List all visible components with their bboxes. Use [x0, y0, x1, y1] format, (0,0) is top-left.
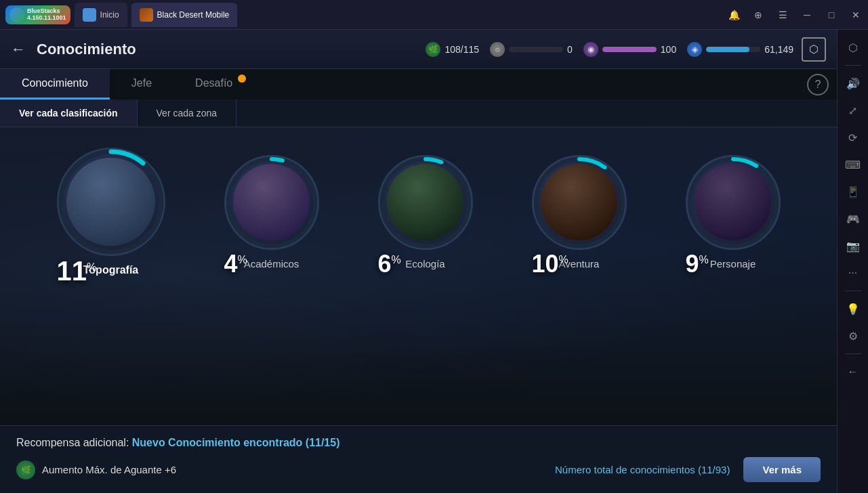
stat-silver: ○ 0	[490, 42, 573, 57]
circle-topografia: 11%	[57, 148, 165, 256]
label-personaje: Personaje	[710, 258, 756, 270]
reward-title: Recompensa adicional: Nuevo Conocimiento…	[16, 437, 821, 449]
total-count: (11/93)	[698, 464, 730, 475]
energy-bar	[602, 47, 657, 52]
game-tabs: Conocimiento Jefe Desafío ?	[0, 69, 837, 100]
svg-point-6	[536, 159, 623, 246]
bs-logo-icon	[9, 7, 24, 22]
percent-personaje: 9%	[686, 250, 709, 278]
sidebar-sep-1	[845, 65, 861, 66]
reward-count: (11/15)	[306, 437, 340, 448]
percent-ecologia: 6%	[378, 250, 401, 278]
game-content: 11% Topografía	[0, 127, 837, 425]
reward-name: Nuevo Conocimiento encontrado	[132, 437, 303, 448]
inicio-tab-icon	[83, 8, 96, 22]
sidebar-volume-btn[interactable]: 🔊	[841, 71, 865, 95]
stat-knowledge: 🌿 108/115	[426, 42, 479, 57]
page-title: Conocimiento	[37, 41, 136, 58]
ring-ecologia	[378, 155, 473, 250]
ring-personaje	[686, 155, 781, 250]
stat-energy: ◉ 100	[583, 42, 676, 57]
reward-item-icon: 🌿	[16, 460, 35, 479]
circle-aventura: 10%	[532, 155, 627, 250]
sidebar-camera-btn[interactable]: 📷	[841, 234, 865, 258]
tab-jefe[interactable]: Jefe	[110, 69, 173, 100]
energy-value: 100	[661, 44, 676, 55]
main-area: ← Conocimiento 🌿 108/115 ○ 0	[0, 30, 868, 493]
circle-academicos: 4%	[224, 155, 319, 250]
knowledge-icon: 🌿	[426, 42, 440, 57]
tab-desafio[interactable]: Desafío	[173, 69, 254, 100]
sidebar-sep-3	[845, 353, 861, 354]
bs-logo-text: BlueStacks4.150.11.1001	[27, 8, 66, 22]
svg-point-8	[690, 159, 777, 246]
reward-item-text: Aumento Máx. de Aguante +6	[42, 464, 176, 475]
category-topografia[interactable]: 11% Topografía	[57, 148, 165, 276]
gold-bar-fill	[706, 47, 749, 52]
svg-point-4	[382, 159, 469, 246]
game-subtabs: Ver cada clasificación Ver cada zona	[0, 100, 837, 127]
tab-inicio-label: Inicio	[100, 10, 119, 20]
category-personaje[interactable]: 9% Personaje	[686, 155, 781, 270]
help-button[interactable]: ?	[807, 74, 829, 95]
game-viewport: ← Conocimiento 🌿 108/115 ○ 0	[0, 30, 837, 493]
sidebar-exit-btn[interactable]: ⬡	[841, 35, 865, 60]
ring-topografia	[57, 148, 165, 256]
sidebar-keyboard-btn[interactable]: ⌨	[841, 152, 865, 177]
game-tab-icon	[140, 8, 153, 22]
energy-bar-fill	[602, 47, 657, 52]
reward-right: Número total de conocimientos (11/93) Ve…	[555, 457, 821, 482]
ver-mas-button[interactable]: Ver más	[743, 457, 821, 482]
bluestacks-logo: BlueStacks4.150.11.1001	[5, 5, 70, 24]
menu-icon[interactable]: ☰	[776, 8, 789, 22]
reward-left: 🌿 Aumento Máx. de Aguante +6	[16, 460, 176, 479]
game-header: ← Conocimiento 🌿 108/115 ○ 0	[0, 30, 837, 69]
tab-black-desert-label: Black Desert Mobile	[157, 10, 230, 20]
maximize-icon[interactable]: □	[825, 8, 838, 22]
gold-value: 61,149	[764, 44, 793, 55]
sidebar-phone-btn[interactable]: 📱	[841, 179, 865, 204]
sidebar-controller-btn[interactable]: 🎮	[841, 207, 865, 231]
silver-value: 0	[567, 44, 573, 55]
total-text: Número total de conocimientos (11/93)	[555, 464, 730, 475]
knowledge-value: 108/115	[445, 44, 479, 55]
label-academicos: Académicos	[244, 258, 299, 270]
silver-icon: ○	[490, 42, 505, 57]
energy-icon: ◉	[583, 42, 598, 57]
search-icon[interactable]: ⊕	[751, 8, 765, 22]
subtab-zona[interactable]: Ver cada zona	[138, 100, 237, 127]
category-ecologia[interactable]: 6% Ecología	[378, 155, 473, 270]
sidebar-fullscreen-btn[interactable]: ⤢	[841, 98, 865, 123]
minimize-icon[interactable]: ─	[800, 8, 814, 22]
sidebar-settings-btn[interactable]: ⚙	[841, 324, 865, 348]
stat-gold: ◈ 61,149	[687, 42, 793, 57]
exit-button[interactable]: ⬡	[802, 37, 826, 62]
tab-inicio[interactable]: Inicio	[75, 3, 127, 27]
bottom-panel: Recompensa adicional: Nuevo Conocimiento…	[0, 425, 837, 493]
silver-bar	[509, 47, 563, 52]
percent-topografia: 11%	[57, 256, 97, 286]
category-academicos[interactable]: 4% Académicos	[224, 155, 319, 270]
tab-conocimiento[interactable]: Conocimiento	[0, 69, 110, 100]
subtab-clasificacion[interactable]: Ver cada clasificación	[0, 100, 138, 127]
tab-black-desert[interactable]: Black Desert Mobile	[131, 3, 238, 27]
category-aventura[interactable]: 10% Aventura	[532, 155, 627, 270]
sidebar-brightness-btn[interactable]: 💡	[841, 297, 865, 321]
sidebar-more-btn[interactable]: ···	[841, 261, 865, 285]
topbar-right: 🔔 ⊕ ☰ ─ □ ✕	[727, 8, 863, 22]
notification-icon[interactable]: 🔔	[727, 8, 741, 22]
close-icon[interactable]: ✕	[849, 8, 863, 22]
categories-row: 11% Topografía	[0, 127, 837, 290]
percent-aventura: 10%	[532, 250, 569, 278]
reward-row: 🌿 Aumento Máx. de Aguante +6 Número tota…	[16, 457, 821, 482]
sidebar-rotate-btn[interactable]: ⟳	[841, 125, 865, 150]
bluestacks-window: BlueStacks4.150.11.1001 Inicio Black Des…	[0, 0, 868, 493]
percent-academicos: 4%	[224, 250, 247, 278]
svg-point-0	[61, 152, 161, 252]
sidebar-back-btn[interactable]: ←	[841, 360, 865, 384]
header-stats: 🌿 108/115 ○ 0 ◉	[426, 42, 793, 57]
svg-point-2	[228, 159, 315, 246]
topbar: BlueStacks4.150.11.1001 Inicio Black Des…	[0, 0, 868, 30]
gold-bar	[706, 47, 760, 52]
back-button[interactable]: ←	[11, 41, 26, 58]
